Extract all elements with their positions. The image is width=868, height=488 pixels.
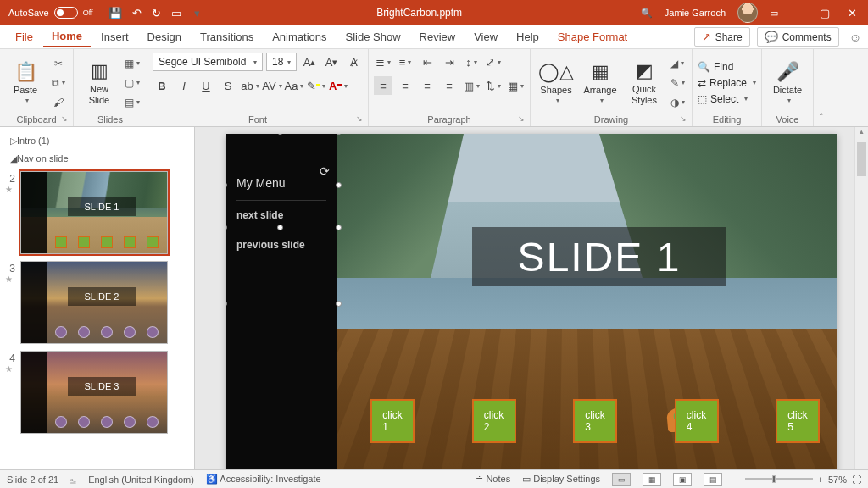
quick-styles-button[interactable]: ◩Quick Styles [624, 55, 665, 111]
slide-indicator[interactable]: Slide 2 of 21 [7, 474, 58, 485]
arrange-button[interactable]: ▦Arrange▾ [580, 55, 620, 111]
bullets-icon[interactable]: ≣▾ [374, 53, 392, 71]
from-beginning-icon[interactable]: ▭ [171, 7, 181, 19]
select-button[interactable]: ⬚Select▾ [698, 93, 756, 105]
replace-button[interactable]: ⇄Replace▾ [698, 77, 756, 89]
save-icon[interactable]: 💾 [108, 7, 122, 19]
sorter-view-icon[interactable]: ▦ [643, 473, 661, 486]
case-icon[interactable]: Aa▾ [285, 76, 303, 95]
font-dialog-icon[interactable]: ↘ [356, 114, 363, 123]
new-slide-button[interactable]: ▥ New Slide [79, 55, 120, 111]
clipboard-dialog-icon[interactable]: ↘ [61, 114, 68, 123]
indent-dec-icon[interactable]: ⇤ [418, 53, 437, 71]
comments-button[interactable]: 💬Comments [757, 27, 839, 47]
strike-icon[interactable]: S [219, 76, 237, 95]
section-nav[interactable]: ◢Nav on slide [3, 150, 191, 168]
menu-item-next[interactable]: next slide [236, 200, 326, 230]
tab-shape-format[interactable]: Shape Format [549, 27, 636, 47]
font-color-icon[interactable]: A▾ [329, 76, 348, 95]
cut-icon[interactable]: ✂ [49, 55, 68, 72]
tab-help[interactable]: Help [508, 27, 548, 47]
share-button[interactable]: ↗Share [694, 27, 750, 47]
layout-icon[interactable]: ▦▾ [123, 55, 142, 72]
language-indicator[interactable]: English (United Kingdom) [88, 474, 194, 485]
notes-button[interactable]: ≐ Notes [476, 474, 510, 485]
user-name[interactable]: Jamie Garroch [665, 8, 726, 18]
dictate-button[interactable]: 🎤Dictate▾ [767, 55, 808, 111]
zoom-out-icon[interactable]: − [734, 474, 739, 485]
spell-check-icon[interactable]: ⎁ [70, 474, 76, 485]
slide-canvas[interactable]: My Menu⟳ next slide previous slide SLIDE… [195, 127, 868, 469]
slide-thumb-2[interactable]: SLIDE 1 [20, 171, 168, 254]
highlight-icon[interactable]: ✎▾ [307, 76, 326, 95]
shapes-button[interactable]: ◯△Shapes▾ [536, 55, 576, 111]
zoom-level[interactable]: 57% [828, 474, 847, 485]
columns-icon[interactable]: ▥▾ [462, 76, 481, 95]
numbering-icon[interactable]: ≡▾ [396, 53, 415, 71]
collapse-ribbon-icon[interactable]: ˄ [814, 49, 829, 126]
search-icon[interactable]: 🔍 [641, 8, 653, 19]
shape-outline-icon[interactable]: ✎▾ [668, 75, 687, 92]
increase-font-icon[interactable]: A▴ [300, 53, 319, 71]
slide-thumb-4[interactable]: SLIDE 3 [20, 351, 168, 434]
zoom-in-icon[interactable]: + [818, 474, 823, 485]
align-text-icon[interactable]: ⇅▾ [484, 76, 503, 95]
zoom-slider[interactable] [745, 478, 813, 480]
feedback-icon[interactable]: ☺ [849, 30, 861, 44]
tab-file[interactable]: File [7, 27, 42, 47]
tab-animations[interactable]: Animations [264, 27, 335, 47]
drawing-dialog-icon[interactable]: ↘ [680, 114, 687, 123]
display-settings-button[interactable]: ▭ Display Settings [522, 474, 600, 485]
maximize-icon[interactable]: ▢ [817, 7, 832, 19]
justify-icon[interactable]: ≡ [440, 76, 459, 95]
click-3[interactable]: click 3 [573, 399, 617, 443]
clear-format-icon[interactable]: A̷ [344, 53, 363, 71]
avatar[interactable] [737, 3, 758, 23]
text-direction-icon[interactable]: ⤢▾ [484, 53, 503, 71]
align-left-icon[interactable]: ≡ [374, 76, 392, 95]
accessibility-indicator[interactable]: ♿ Accessibility: Investigate [206, 474, 321, 485]
undo-icon[interactable]: ↶ [132, 7, 142, 19]
tab-home[interactable]: Home [43, 26, 91, 47]
align-center-icon[interactable]: ≡ [396, 76, 415, 95]
section-icon[interactable]: ▤▾ [123, 94, 142, 111]
copy-icon[interactable]: ⧉▾ [49, 75, 68, 92]
section-intro[interactable]: ▷Intro (1) [3, 132, 191, 150]
fit-window-icon[interactable]: ⛶ [852, 474, 861, 485]
font-size-combo[interactable]: 18▾ [266, 53, 297, 71]
tab-slideshow[interactable]: Slide Show [337, 27, 409, 47]
click-2[interactable]: click 2 [472, 399, 516, 443]
menu-shape[interactable]: My Menu⟳ next slide previous slide [226, 134, 337, 469]
line-spacing-icon[interactable]: ↕▾ [462, 53, 481, 71]
normal-view-icon[interactable]: ▭ [612, 473, 631, 486]
decrease-font-icon[interactable]: A▾ [322, 53, 341, 71]
qat-more-icon[interactable]: ▾ [194, 7, 200, 19]
close-icon[interactable]: ✕ [844, 7, 860, 19]
slideshow-view-icon[interactable]: ▤ [704, 473, 722, 486]
slide[interactable]: My Menu⟳ next slide previous slide SLIDE… [226, 134, 837, 469]
shape-effects-icon[interactable]: ◑▾ [668, 94, 687, 111]
reset-icon[interactable]: ▢▾ [123, 75, 142, 92]
tab-design[interactable]: Design [139, 27, 190, 47]
smartart-icon[interactable]: ▦▾ [506, 76, 525, 95]
align-right-icon[interactable]: ≡ [418, 76, 437, 95]
indent-inc-icon[interactable]: ⇥ [440, 53, 459, 71]
tab-insert[interactable]: Insert [92, 27, 137, 47]
shadow-icon[interactable]: ab▾ [241, 76, 259, 95]
minimize-icon[interactable]: — [790, 7, 805, 19]
ribbon-display-icon[interactable]: ▭ [770, 8, 778, 19]
format-painter-icon[interactable]: 🖌 [49, 94, 68, 111]
font-name-combo[interactable]: Segoe UI Semibold▾ [153, 53, 263, 71]
click-4[interactable]: click 4 [675, 399, 719, 443]
italic-icon[interactable]: I [175, 76, 193, 95]
find-button[interactable]: 🔍Find [698, 61, 756, 73]
underline-icon[interactable]: U [197, 76, 215, 95]
spacing-icon[interactable]: AV▾ [263, 76, 281, 95]
click-1[interactable]: click 1 [370, 399, 415, 443]
paragraph-dialog-icon[interactable]: ↘ [518, 114, 525, 123]
reading-view-icon[interactable]: ▣ [673, 473, 692, 486]
shape-fill-icon[interactable]: ◢▾ [668, 55, 687, 72]
scroll-up-icon[interactable]: ▴ [855, 127, 868, 141]
autosave-toggle[interactable]: AutoSave Off [0, 7, 102, 19]
tab-review[interactable]: Review [411, 27, 465, 47]
